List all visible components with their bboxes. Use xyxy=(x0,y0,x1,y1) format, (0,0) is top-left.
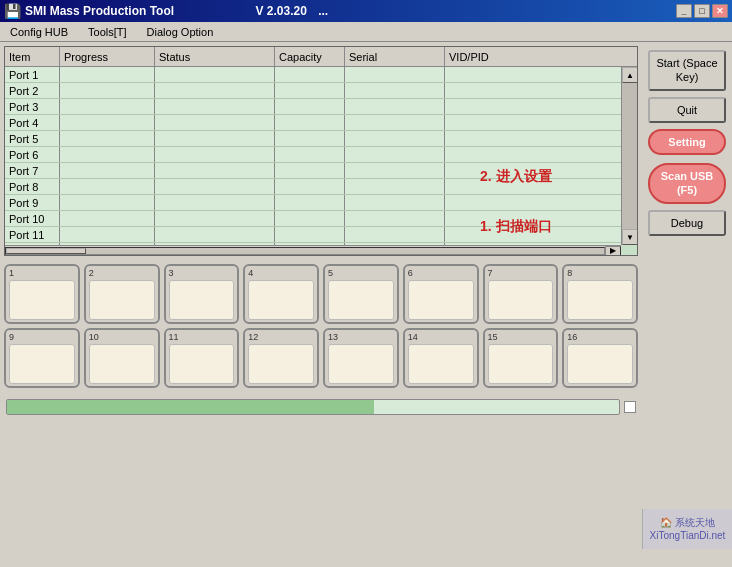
row-progress xyxy=(60,179,155,194)
setting-button[interactable]: Setting xyxy=(648,129,726,155)
debug-button[interactable]: Debug xyxy=(648,210,726,236)
scrollbar-track[interactable] xyxy=(5,247,605,255)
progress-bar-fill xyxy=(7,400,374,414)
col-header-item: Item xyxy=(5,47,60,66)
port-cell: 3 xyxy=(164,264,240,324)
row-serial xyxy=(345,83,445,98)
table-container: Item Progress Status Capacity Serial VID… xyxy=(4,46,638,256)
table-body: Port 1 Port 2 Port 3 Port 4 xyxy=(5,67,637,245)
port-square xyxy=(169,280,235,320)
row-serial xyxy=(345,147,445,162)
port-cell: 5 xyxy=(323,264,399,324)
table-row: Port 8 xyxy=(5,179,637,195)
port-cell: 15 xyxy=(483,328,559,388)
scroll-down-arrow[interactable]: ▼ xyxy=(622,229,638,245)
row-item: Port 4 xyxy=(5,115,60,130)
port-number: 8 xyxy=(567,268,572,278)
scrollbar-thumb[interactable] xyxy=(6,248,86,254)
version-text: V 2.03.20 xyxy=(255,4,306,18)
horizontal-scrollbar[interactable]: ▶ xyxy=(5,245,621,255)
row-item: Port 7 xyxy=(5,163,60,178)
port-square xyxy=(248,280,314,320)
row-vidpid xyxy=(445,179,637,194)
col-header-vidpid: VID/PID xyxy=(445,47,637,66)
port-cell: 12 xyxy=(243,328,319,388)
app-title: SMI Mass Production Tool xyxy=(25,4,174,18)
row-status xyxy=(155,195,275,210)
row-status xyxy=(155,227,275,242)
port-cell: 1 xyxy=(4,264,80,324)
row-item: Port 11 xyxy=(5,227,60,242)
port-number: 15 xyxy=(488,332,498,342)
row-vidpid xyxy=(445,67,637,82)
row-vidpid xyxy=(445,99,637,114)
row-item: Port 9 xyxy=(5,195,60,210)
main-layout: Item Progress Status Capacity Serial VID… xyxy=(0,42,732,567)
port-square xyxy=(328,344,394,384)
table-row: Port 2 xyxy=(5,83,637,99)
col-header-capacity: Capacity xyxy=(275,47,345,66)
row-serial xyxy=(345,227,445,242)
restore-button[interactable]: □ xyxy=(694,4,710,18)
scan-usb-label: Scan USB(F5) xyxy=(661,170,714,196)
port-cell: 4 xyxy=(243,264,319,324)
row-item: Port 1 xyxy=(5,67,60,82)
port-number: 13 xyxy=(328,332,338,342)
row-status xyxy=(155,83,275,98)
row-status xyxy=(155,211,275,226)
table-row: Port 6 xyxy=(5,147,637,163)
row-progress xyxy=(60,163,155,178)
app-icon: 💾 xyxy=(4,3,21,19)
row-item: Port 8 xyxy=(5,179,60,194)
port-square xyxy=(9,280,75,320)
row-serial xyxy=(345,179,445,194)
scroll-right-arrow[interactable]: ▶ xyxy=(605,246,621,256)
start-label: Start (Space Key) xyxy=(656,57,717,83)
port-number: 7 xyxy=(488,268,493,278)
row-status xyxy=(155,163,275,178)
port-square xyxy=(248,344,314,384)
menu-config-hub[interactable]: Config HUB xyxy=(4,24,74,40)
minimize-button[interactable]: _ xyxy=(676,4,692,18)
row-capacity xyxy=(275,163,345,178)
start-button[interactable]: Start (Space Key) xyxy=(648,50,726,91)
scroll-up-arrow[interactable]: ▲ xyxy=(622,67,638,83)
row-status xyxy=(155,67,275,82)
row-item: Port 5 xyxy=(5,131,60,146)
vertical-scrollbar[interactable]: ▲ ▼ xyxy=(621,67,637,245)
progress-checkbox[interactable] xyxy=(624,401,636,413)
title-bar: 💾 SMI Mass Production Tool V 2.03.20 ...… xyxy=(0,0,732,22)
row-status xyxy=(155,147,275,162)
col-header-serial: Serial xyxy=(345,47,445,66)
row-progress xyxy=(60,83,155,98)
row-serial xyxy=(345,131,445,146)
quit-button[interactable]: Quit xyxy=(648,97,726,123)
row-item: Port 10 xyxy=(5,211,60,226)
port-grid: 1 2 3 4 5 6 7 8 9 10 xyxy=(4,260,638,392)
port-number: 5 xyxy=(328,268,333,278)
window-controls: _ □ ✕ xyxy=(676,4,728,18)
port-square xyxy=(408,280,474,320)
port-number: 9 xyxy=(9,332,14,342)
row-status xyxy=(155,115,275,130)
table-row: Port 9 xyxy=(5,195,637,211)
vscroll-track[interactable] xyxy=(622,83,637,229)
col-header-progress: Progress xyxy=(60,47,155,66)
row-capacity xyxy=(275,147,345,162)
row-progress xyxy=(60,195,155,210)
watermark-text: 🏠 系统天地XiTongTianDi.net xyxy=(650,516,726,542)
port-number: 3 xyxy=(169,268,174,278)
menu-tools[interactable]: Tools[T] xyxy=(82,24,133,40)
scan-usb-button[interactable]: Scan USB(F5) xyxy=(648,163,726,204)
close-button[interactable]: ✕ xyxy=(712,4,728,18)
row-vidpid xyxy=(445,211,637,226)
port-square xyxy=(488,280,554,320)
port-number: 6 xyxy=(408,268,413,278)
table-row: Port 3 xyxy=(5,99,637,115)
port-square xyxy=(328,280,394,320)
port-cell: 8 xyxy=(562,264,638,324)
menu-dialog-option[interactable]: Dialog Option xyxy=(141,24,220,40)
port-cell: 14 xyxy=(403,328,479,388)
col-header-status: Status xyxy=(155,47,275,66)
title-text: 💾 SMI Mass Production Tool V 2.03.20 ... xyxy=(4,3,328,19)
